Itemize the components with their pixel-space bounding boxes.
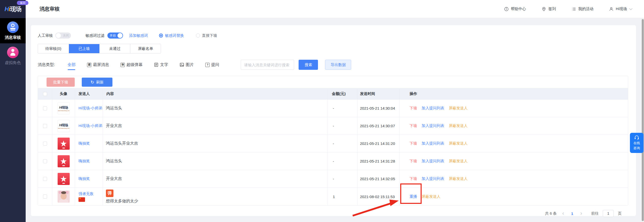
prev-page-button[interactable]: ‹ (561, 211, 566, 216)
type-ba-screen[interactable]: 霸 霸屏消息 (87, 62, 109, 68)
action-加入提问列表[interactable]: 加入提问列表 (422, 106, 444, 111)
content-text: 鸿运当头 (106, 158, 122, 164)
audit-stamp-icon (7, 21, 19, 33)
action-加入提问列表[interactable]: 加入提问列表 (422, 141, 444, 146)
photo-part (61, 191, 66, 194)
manual-audit-label: 人工审核 (38, 33, 53, 38)
radio-sensitive-replace[interactable]: 敏感词替换 (159, 33, 184, 38)
action-下墙[interactable]: 下墙 (410, 123, 417, 128)
type-super-danmu[interactable]: 弹 超级弹幕 (120, 62, 142, 68)
vertical-scrollbar-track[interactable] (641, 18, 644, 222)
back-badge[interactable]: 返回 (17, 1, 28, 5)
avatar-url-text: www.hixianchang.com (58, 110, 70, 111)
action-屏蔽发送人[interactable]: 屏蔽发送人 (422, 194, 440, 199)
action-重播[interactable]: 重播 (410, 194, 417, 199)
time-value: 2021-05-21 14:31:20 (360, 141, 395, 146)
content-text: 鸿运当头开业大吉 (106, 141, 138, 146)
type-label: 霸屏消息 (93, 62, 109, 68)
type-question[interactable]: ? 提问 (205, 62, 219, 68)
sensitive-filter-toggle[interactable]: 开启 (107, 33, 123, 39)
refresh-button[interactable]: ↻ 刷新 (82, 78, 112, 87)
row-checkbox[interactable] (43, 124, 47, 128)
radio-direct-remove[interactable]: 直接下墙 (196, 33, 217, 38)
sender-link[interactable]: 嗨抽奖 (78, 159, 90, 163)
tab-pending[interactable]: 待审核(0) (38, 44, 69, 53)
cell-amount: - (328, 100, 357, 117)
help-center-link[interactable]: 帮助中心 (504, 7, 526, 11)
next-page-button[interactable]: › (579, 211, 584, 216)
sender-link[interactable]: 强者无敌 (78, 192, 94, 196)
tab-block-list[interactable]: 屏蔽名单 (130, 44, 161, 53)
action-屏蔽发送人[interactable]: 屏蔽发送人 (449, 123, 468, 128)
cell-avatar: Hi现场www.hixianchang.com (52, 100, 75, 117)
action-下墙[interactable]: 下墙 (410, 106, 417, 111)
image-icon (180, 62, 184, 67)
cell-time: 2021-05-21 14:30:04 (357, 100, 399, 117)
tab-rejected[interactable]: 未通过 (99, 44, 130, 53)
avatar-star: ★ (58, 155, 70, 167)
tab-on-wall[interactable]: 已上墙 (69, 44, 99, 53)
export-data-button[interactable]: 导出数据 (325, 60, 351, 70)
sender-link[interactable]: Hi现场-小师弟 (78, 106, 102, 110)
table-header: 头像 发送人 内容 金额(元) 发送时间 操作 (38, 88, 628, 100)
cell-content: 弹想得太多做的太少 (103, 188, 328, 205)
vertical-scrollbar-thumb[interactable] (642, 19, 644, 221)
search-button[interactable]: 搜索 (299, 60, 318, 70)
action-加入提问列表[interactable]: 加入提问列表 (422, 123, 444, 128)
user-menu[interactable]: Hi现场 (609, 7, 631, 11)
goto-page-input[interactable] (603, 210, 614, 217)
type-all[interactable]: 全部 (67, 62, 75, 68)
page-number[interactable]: 1 (570, 211, 575, 216)
star-icon: ★ (60, 175, 67, 183)
action-加入提问列表[interactable]: 加入提问列表 (422, 176, 444, 181)
type-label: 提问 (211, 62, 219, 68)
sign-in-link[interactable]: 签到 (542, 7, 556, 11)
type-image[interactable]: 图片 (180, 62, 194, 68)
action-屏蔽发送人[interactable]: 屏蔽发送人 (449, 176, 468, 181)
amount-value: - (333, 177, 334, 181)
amount-value: - (333, 159, 334, 163)
sidebar-item-virtual-role[interactable]: 虚拟角色 (0, 43, 26, 69)
add-sensitive-word-link[interactable]: 添加敏感词 (129, 33, 148, 38)
amount-value: 1 (333, 195, 335, 199)
content-text: 开业大吉 (106, 123, 122, 129)
action-加入提问列表[interactable]: 加入提问列表 (422, 159, 444, 164)
amount-value: - (333, 141, 334, 146)
sender-wrap: 嗨抽奖 (78, 176, 90, 181)
online-chat-button[interactable]: 在线 咨询 (630, 133, 643, 153)
type-label: 超级弹幕 (126, 62, 142, 68)
topbar: 消息审核 帮助中心 签到 我的活动 (26, 0, 644, 18)
photo-part (59, 199, 68, 203)
action-下墙[interactable]: 下墙 (410, 176, 417, 181)
my-activities-link[interactable]: 我的活动 (572, 7, 593, 11)
action-下墙[interactable]: 下墙 (410, 141, 417, 146)
action-屏蔽发送人[interactable]: 屏蔽发送人 (449, 141, 468, 146)
sidebar-item-message-audit[interactable]: 消息审核 (0, 18, 26, 43)
row-checkbox[interactable] (43, 159, 47, 163)
sidebar-item-label: 消息审核 (5, 35, 21, 40)
row-checkbox[interactable] (43, 142, 47, 146)
cell-time: 2021-05-21 14:30:07 (357, 117, 399, 135)
avatar-logo-text: Hi现场 (59, 123, 68, 128)
message-type-row: 消息类型: 全部 霸 霸屏消息 弹 超级弹幕 文字 (38, 60, 629, 70)
action-下墙[interactable]: 下墙 (410, 159, 417, 164)
sender-link[interactable]: Hi现场-小师弟 (78, 123, 102, 128)
select-all-checkbox[interactable] (43, 92, 47, 96)
manual-audit-toggle[interactable]: 关闭 (55, 33, 71, 39)
batch-remove-button[interactable]: 批量下墙 (47, 78, 75, 87)
action-屏蔽发送人[interactable]: 屏蔽发送人 (449, 159, 468, 164)
row-checkbox[interactable] (43, 195, 47, 199)
toggle-state-text: 开启 (110, 34, 116, 38)
type-text[interactable]: 文字 (154, 62, 168, 68)
info-circle-icon (504, 7, 509, 11)
sender-link[interactable]: 嗨抽奖 (78, 141, 90, 145)
action-屏蔽发送人[interactable]: 屏蔽发送人 (449, 106, 468, 111)
row-checkbox[interactable] (43, 106, 47, 110)
search-input[interactable] (241, 60, 294, 70)
cell-actions: 下墙加入提问列表屏蔽发送人 (399, 117, 628, 135)
topbar-nav: 帮助中心 签到 我的活动 Hi现场 (504, 7, 631, 11)
cell-time: 2021-05-21 14:31:20 (357, 135, 399, 152)
sender-link[interactable]: 嗨抽奖 (78, 176, 90, 181)
cell-actions: 下墙加入提问列表屏蔽发送人 (399, 152, 628, 170)
row-checkbox[interactable] (43, 177, 47, 181)
